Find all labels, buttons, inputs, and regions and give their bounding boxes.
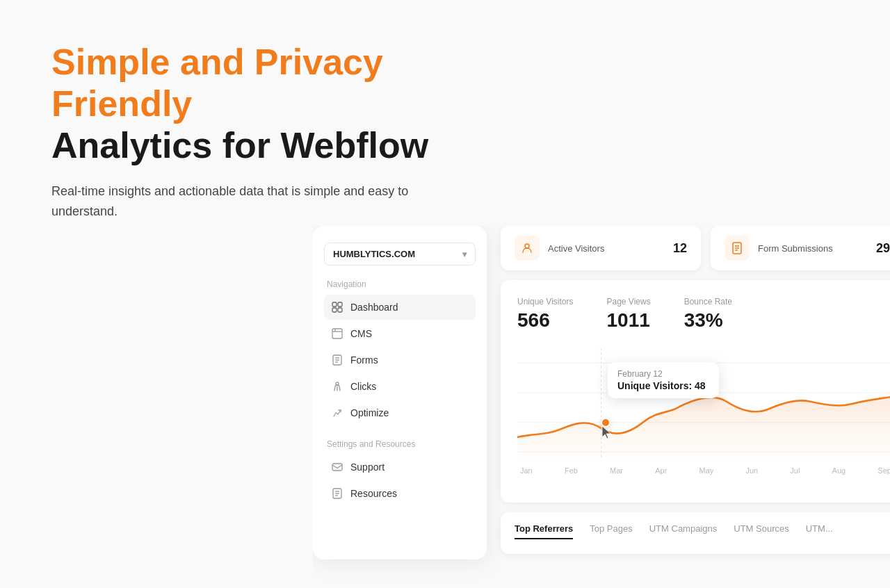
- bottom-tabs-panel: Top Referrers Top Pages UTM Campaigns UT…: [501, 512, 890, 554]
- cms-icon: [331, 327, 343, 340]
- resources-icon: [331, 487, 343, 500]
- dashboard-label: Dashboard: [350, 302, 398, 313]
- clicks-label: Clicks: [350, 381, 376, 392]
- nav-section-label: Navigation: [324, 279, 476, 289]
- site-selector[interactable]: HUMBLYTICS.COM ▾: [324, 243, 476, 266]
- svg-rect-2: [332, 308, 337, 312]
- tab-top-pages[interactable]: Top Pages: [590, 523, 632, 539]
- unique-visitors-metric-value: 566: [517, 309, 573, 332]
- hero-section: Simple and Privacy Friendly Analytics fo…: [51, 42, 496, 222]
- tab-utm-sources[interactable]: UTM Sources: [734, 523, 788, 539]
- sidebar-item-resources[interactable]: Resources: [324, 481, 476, 506]
- chart-tooltip: February 12 Unique Visitors: 48: [608, 362, 719, 398]
- form-submissions-icon: [725, 236, 750, 261]
- tab-top-referrers[interactable]: Top Referrers: [515, 523, 573, 539]
- hero-title-orange: Simple and Privacy Friendly: [51, 42, 496, 125]
- svg-rect-4: [332, 329, 342, 338]
- tooltip-value: Unique Visitors: 48: [617, 380, 709, 391]
- resources-label: Resources: [350, 488, 397, 499]
- form-submissions-card: Form Submissions 291: [711, 226, 890, 270]
- cursor-icon: [599, 425, 613, 445]
- svg-point-17: [525, 244, 529, 248]
- x-label-may: May: [699, 466, 713, 475]
- chevron-down-icon: ▾: [462, 250, 467, 259]
- support-label: Support: [350, 462, 385, 473]
- svg-rect-0: [332, 302, 337, 307]
- bounce-rate-metric-value: 33%: [684, 309, 732, 332]
- page-views-metric-value: 1011: [606, 309, 650, 332]
- sidebar-item-dashboard[interactable]: Dashboard: [324, 295, 476, 320]
- hero-subtitle: Real-time insights and actionable data t…: [51, 181, 441, 222]
- x-label-jun: Jun: [745, 466, 758, 475]
- sidebar: HUMBLYTICS.COM ▾ Navigation Dashboard: [313, 226, 487, 560]
- x-label-feb: Feb: [565, 466, 578, 475]
- stat-cards: Active Visitors 12 Form Submissions 291: [501, 226, 890, 270]
- x-label-aug: Aug: [832, 466, 846, 475]
- tooltip-date: February 12: [617, 369, 709, 379]
- bounce-rate-metric: Bounce Rate 33%: [684, 297, 732, 332]
- svg-rect-12: [332, 464, 342, 471]
- metrics-row: Unique Visitors 566 Page Views 1011 Boun…: [517, 297, 890, 332]
- chart-area: February 12 Unique Visitors: 48 Jan Feb …: [517, 348, 890, 487]
- settings-section: Settings and Resources Support: [324, 439, 476, 506]
- sidebar-item-cms[interactable]: CMS: [324, 321, 476, 346]
- sidebar-item-clicks[interactable]: Clicks: [324, 374, 476, 399]
- dashboard-mockup: HUMBLYTICS.COM ▾ Navigation Dashboard: [313, 226, 890, 580]
- settings-section-label: Settings and Resources: [324, 439, 476, 449]
- tabs-row: Top Referrers Top Pages UTM Campaigns UT…: [515, 523, 890, 539]
- svg-rect-3: [338, 308, 342, 312]
- tab-utm-campaigns[interactable]: UTM Campaigns: [649, 523, 718, 539]
- clicks-icon: [331, 380, 343, 393]
- unique-visitors-metric-label: Unique Visitors: [517, 297, 573, 307]
- support-icon: [331, 461, 343, 473]
- x-label-jan: Jan: [520, 466, 533, 475]
- page-views-metric-label: Page Views: [606, 297, 650, 307]
- sidebar-item-forms[interactable]: Forms: [324, 348, 476, 373]
- optimize-label: Optimize: [350, 407, 389, 418]
- form-submissions-label: Form Submissions: [758, 243, 868, 254]
- page-views-metric: Page Views 1011: [606, 297, 650, 332]
- dashboard-icon: [331, 301, 343, 313]
- cms-label: CMS: [350, 328, 372, 339]
- active-visitors-card: Active Visitors 12: [501, 226, 701, 270]
- bounce-rate-metric-label: Bounce Rate: [684, 297, 732, 307]
- active-visitors-label: Active Visitors: [548, 243, 665, 254]
- svg-rect-1: [338, 302, 342, 307]
- active-visitors-value: 12: [673, 241, 687, 256]
- x-label-mar: Mar: [610, 466, 623, 475]
- sidebar-item-optimize[interactable]: Optimize: [324, 400, 476, 425]
- x-label-jul: Jul: [790, 466, 800, 475]
- sidebar-item-support[interactable]: Support: [324, 455, 476, 480]
- unique-visitors-metric: Unique Visitors 566: [517, 297, 573, 332]
- form-submissions-value: 291: [876, 241, 890, 256]
- forms-icon: [331, 354, 343, 366]
- x-label-apr: Apr: [655, 466, 667, 475]
- optimize-icon: [331, 407, 343, 419]
- tab-utm-more[interactable]: UTM...: [806, 523, 833, 539]
- chart-panel: Unique Visitors 566 Page Views 1011 Boun…: [501, 280, 890, 503]
- forms-label: Forms: [350, 354, 378, 366]
- site-name: HUMBLYTICS.COM: [333, 249, 415, 259]
- active-visitors-icon: [515, 236, 540, 261]
- chart-x-labels: Jan Feb Mar Apr May Jun Jul Aug Sep: [517, 466, 890, 475]
- main-content: Active Visitors 12 Form Submissions 291: [501, 226, 890, 580]
- x-label-sep: Sep: [877, 466, 890, 475]
- hero-title-dark: Analytics for Webflow: [51, 125, 496, 167]
